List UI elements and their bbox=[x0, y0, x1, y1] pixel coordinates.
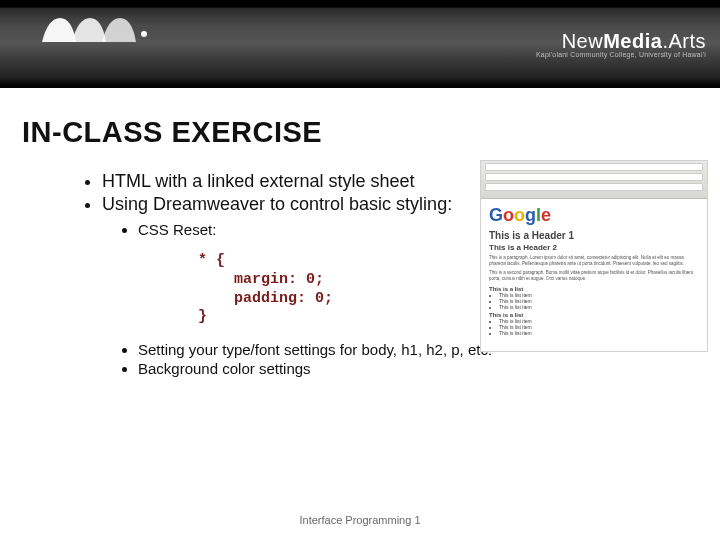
logo-text-arts: .Arts bbox=[662, 30, 706, 52]
preview-h2: This is a Header 2 bbox=[489, 243, 699, 252]
browser-page-preview: Google This is a Header 1 This is a Head… bbox=[481, 199, 707, 351]
slide-title: IN-CLASS EXERCISE bbox=[22, 116, 698, 149]
sub-bullet-item: Background color settings bbox=[138, 360, 698, 377]
slide-footer: Interface Programming 1 bbox=[0, 514, 720, 526]
preview-list-item: This is list item bbox=[499, 304, 699, 310]
preview-h1: This is a Header 1 bbox=[489, 230, 699, 241]
logo-text-media: Media bbox=[603, 30, 662, 52]
preview-paragraph: This is a paragraph. Lorem ipsum dolor s… bbox=[489, 255, 699, 266]
svg-point-0 bbox=[141, 31, 147, 37]
browser-screenshot-thumbnail: Google This is a Header 1 This is a Head… bbox=[480, 160, 708, 352]
preview-list-item: This is list item bbox=[499, 330, 699, 336]
logo-text-new: New bbox=[562, 30, 604, 52]
google-logo: Google bbox=[489, 205, 699, 226]
nma-logo bbox=[38, 12, 178, 50]
preview-list: This is list item This is list item This… bbox=[499, 292, 699, 310]
preview-paragraph: This is a second paragraph. Boma mollit … bbox=[489, 270, 699, 281]
preview-list: This is list item This is list item This… bbox=[499, 318, 699, 336]
newmediaarts-logo: NewMedia.Arts Kapi'olani Community Colle… bbox=[536, 30, 706, 58]
slide-header-bar: NewMedia.Arts Kapi'olani Community Colle… bbox=[0, 0, 720, 88]
browser-chrome bbox=[481, 161, 707, 199]
logo-subtitle: Kapi'olani Community College, University… bbox=[536, 51, 706, 58]
